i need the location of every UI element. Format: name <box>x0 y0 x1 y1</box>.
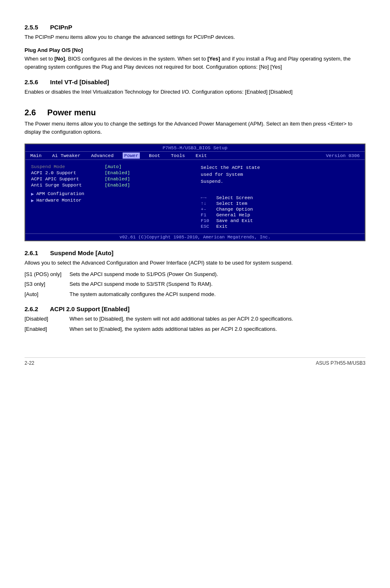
def-s1: [S1 (POS) only] Sets the APCI suspend mo… <box>25 270 365 278</box>
bios-key-row-f10: F10 Save and Exit <box>201 218 359 223</box>
section-261-title: 2.6.1 Suspend Mode [Auto] <box>25 249 365 256</box>
bios-item-anti-surge: Anti Surge Support [Enabled] <box>31 182 189 188</box>
bios-submenu-hwmonitor: ▶ Hardware Monitor <box>31 197 189 203</box>
section-261-intro: Allows you to select the Advanced Config… <box>25 259 365 267</box>
subsection-plug-and-play-body: When set to [No], BIOS configures all th… <box>25 55 365 71</box>
page-number: 2-22 <box>25 360 34 366</box>
bios-menu-boot[interactable]: Boot <box>147 153 162 159</box>
bios-right-panel: Select the ACPI stateused for SystemSusp… <box>195 162 365 231</box>
bios-help-text: Select the ACPI stateused for SystemSusp… <box>201 164 359 185</box>
bios-key-row-esc: ESC Exit <box>201 224 359 229</box>
bios-item-acpi-apic: ACPI APIC Support [Enabled] <box>31 176 189 182</box>
section-256-title: 2.5.6 Intel VT-d [Disabled] <box>25 79 365 85</box>
bios-content: Suspend Mode [Auto] ACPI 2.0 Support [En… <box>25 160 365 233</box>
bios-key-row-f1: F1 General Help <box>201 212 359 218</box>
section-256-intro: Enables or disables the Intel Virtualiza… <box>25 88 365 96</box>
bios-key-legend: ←→ Select Screen ↑↓ Select Item +- Chang… <box>201 195 359 229</box>
section-255-title: 2.5.5 PCIPnP <box>25 24 365 31</box>
def-s3: [S3 only] Sets the APCI suspend mode to … <box>25 280 365 288</box>
section-26-title: 2.6 Power menu <box>25 108 365 117</box>
product-name: ASUS P7H55-M/USB3 <box>316 360 365 366</box>
bios-key-row-screen: ←→ Select Screen <box>201 195 359 200</box>
bios-submenu-apm: ▶ APM Configuration <box>31 191 189 197</box>
bios-menu-power[interactable]: Power <box>123 153 140 159</box>
bios-menu-tools[interactable]: Tools <box>169 153 187 159</box>
bios-topbar: P7H55-M/USB3_BIOS Setup <box>25 144 365 152</box>
bios-menubar: Main Ai Tweaker Advanced Power Boot Tool… <box>25 152 365 160</box>
def-acpi-enabled: [Enabled] When set to [Enabled], the sys… <box>25 325 365 333</box>
subsection-plug-and-play-title: Plug And Play O/S [No] <box>25 47 365 53</box>
bios-version: Version 0306 <box>324 153 361 159</box>
section-262-title: 2.6.2 ACPI 2.0 Support [Enabled] <box>25 305 365 312</box>
bios-left-panel: Suspend Mode [Auto] ACPI 2.0 Support [En… <box>25 162 195 231</box>
bios-item-suspend-mode: Suspend Mode [Auto] <box>31 164 189 169</box>
section-261-deflist: [S1 (POS) only] Sets the APCI suspend mo… <box>25 270 365 298</box>
bios-menu-main[interactable]: Main <box>29 153 43 159</box>
section-255-intro: The PCIPnP menu items allow you to chang… <box>25 33 365 41</box>
page-footer: 2-22 ASUS P7H55-M/USB3 <box>25 357 365 366</box>
bios-screenshot: P7H55-M/USB3_BIOS Setup Main Ai Tweaker … <box>25 144 365 241</box>
bios-menu-advanced[interactable]: Advanced <box>90 153 115 159</box>
bios-menu-exit[interactable]: Exit <box>194 153 208 159</box>
bios-key-row-item: ↑↓ Select Item <box>201 201 359 206</box>
bios-item-acpi20: ACPI 2.0 Support [Enabled] <box>31 170 189 175</box>
bios-footer: v02.61 (C)Copyright 1985-2010, American … <box>25 233 365 240</box>
bios-key-row-change: +- Change Option <box>201 206 359 212</box>
bios-menu-ai-tweaker[interactable]: Ai Tweaker <box>51 153 82 159</box>
def-acpi-disabled: [Disabled] When set to [Disabled], the s… <box>25 315 365 323</box>
def-auto: [Auto] The system automatically configur… <box>25 290 365 298</box>
section-262-deflist: [Disabled] When set to [Disabled], the s… <box>25 315 365 333</box>
section-26-intro: The Power menu items allow you to change… <box>25 120 365 136</box>
